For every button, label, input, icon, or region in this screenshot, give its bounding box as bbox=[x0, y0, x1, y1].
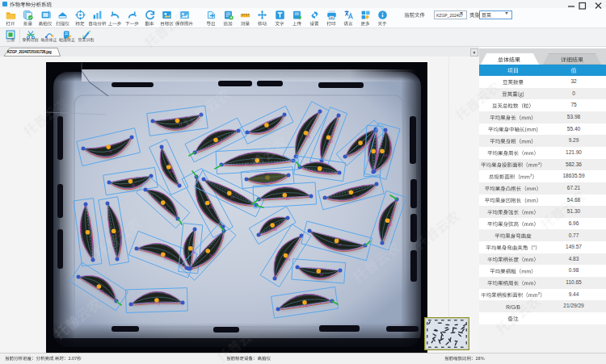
svg-text:R/G/B: R/G/B bbox=[506, 304, 520, 310]
